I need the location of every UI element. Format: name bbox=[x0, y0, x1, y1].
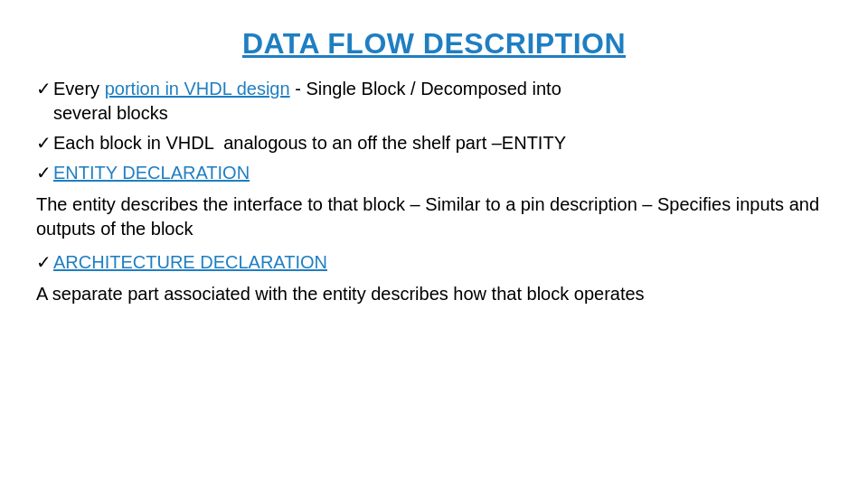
checkmark-icon-3: ✓ bbox=[36, 161, 52, 185]
architecture-declaration-link: ARCHITECTURE DECLARATION bbox=[53, 252, 327, 272]
portion-link: portion in VHDL design bbox=[105, 79, 290, 99]
architecture-description: A separate part associated with the enti… bbox=[36, 282, 832, 306]
checkmark-icon-1: ✓ bbox=[36, 77, 52, 101]
bullet-arch-decl: ✓ ARCHITECTURE DECLARATION bbox=[36, 250, 832, 275]
bullet-entity-decl: ✓ ENTITY DECLARATION bbox=[36, 161, 832, 185]
checkmark-icon-2: ✓ bbox=[36, 131, 52, 155]
checkmark-icon-4: ✓ bbox=[36, 250, 52, 275]
slide-title: DATA FLOW DESCRIPTION bbox=[36, 27, 832, 61]
bullet-text-3: ENTITY DECLARATION bbox=[53, 161, 832, 185]
bullet-every: ✓ Every portion in VHDL design - Single … bbox=[36, 77, 832, 126]
entity-declaration-link: ENTITY DECLARATION bbox=[53, 163, 250, 183]
continuation-1: several blocks bbox=[53, 101, 832, 126]
bullet-each: ✓ Each block in VHDL analogous to an off… bbox=[36, 131, 832, 155]
content-area: ✓ Every portion in VHDL design - Single … bbox=[36, 77, 832, 306]
bullet-text-1: Every portion in VHDL design - Single Bl… bbox=[53, 77, 832, 126]
entity-description: The entity describes the interface to th… bbox=[36, 192, 832, 241]
slide: DATA FLOW DESCRIPTION ✓ Every portion in… bbox=[0, 0, 868, 488]
bullet-text-4: ARCHITECTURE DECLARATION bbox=[53, 250, 832, 275]
bullet-text-2: Each block in VHDL analogous to an off t… bbox=[53, 131, 832, 155]
